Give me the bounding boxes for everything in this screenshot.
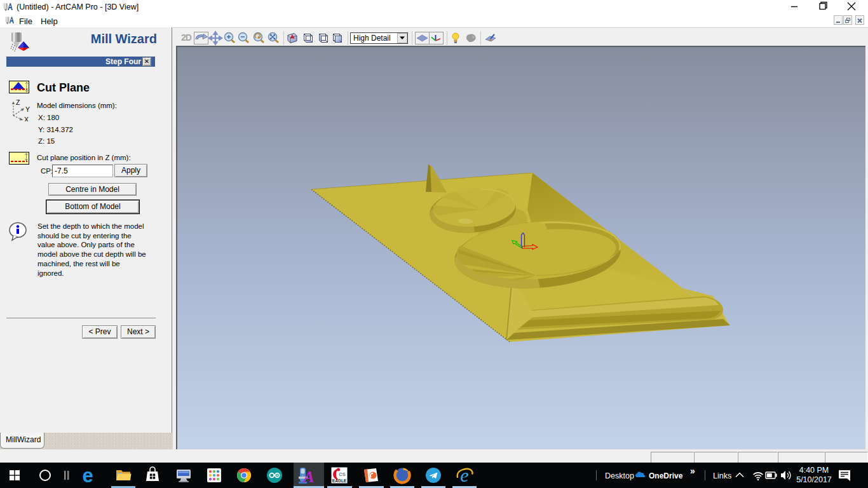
svg-text:A: A bbox=[302, 468, 314, 486]
svg-text:EAGLE: EAGLE bbox=[332, 478, 347, 483]
svg-text:CS: CS bbox=[339, 471, 345, 477]
svg-text:Links: Links bbox=[713, 471, 731, 480]
svg-text:Z: Z bbox=[16, 98, 20, 106]
svg-text:Y: Y bbox=[25, 105, 30, 113]
svg-text:»: » bbox=[690, 466, 695, 476]
svg-text:e: e bbox=[82, 464, 93, 487]
svg-text:e: e bbox=[460, 464, 468, 485]
svg-text:5/10/2017: 5/10/2017 bbox=[796, 475, 832, 484]
svg-text:X: X bbox=[24, 116, 29, 121]
svg-text:2D: 2D bbox=[181, 32, 192, 43]
svg-text:High Detail: High Detail bbox=[353, 34, 391, 43]
svg-text:OneDrive: OneDrive bbox=[649, 471, 683, 480]
svg-text:Desktop: Desktop bbox=[605, 471, 634, 480]
svg-text:4:40 PM: 4:40 PM bbox=[799, 466, 829, 475]
